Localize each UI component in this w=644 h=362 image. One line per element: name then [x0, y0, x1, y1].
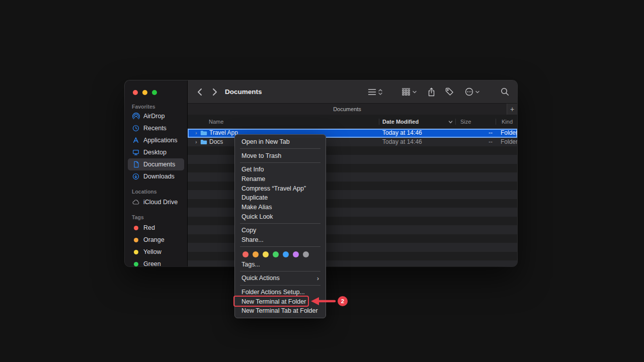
column-divider — [496, 119, 496, 125]
menu-item-duplicate[interactable]: Duplicate — [235, 193, 326, 203]
column-divider — [455, 119, 456, 125]
menu-item-quick-look[interactable]: Quick Look — [235, 212, 326, 221]
file-kind: Folder — [501, 138, 517, 147]
folder-icon — [200, 138, 207, 147]
sidebar: Favorites AirDrop Recents — [125, 80, 188, 266]
annotation-arrow-left-icon — [309, 296, 337, 307]
folder-icon — [200, 129, 207, 138]
file-name: Travel App — [209, 129, 238, 138]
tag-color-purple[interactable] — [293, 251, 299, 257]
download-icon — [132, 173, 140, 180]
column-divider — [379, 119, 379, 125]
forward-button[interactable] — [209, 88, 221, 96]
sidebar-item-label: Orange — [143, 236, 165, 243]
search-icon[interactable] — [501, 87, 509, 96]
toolbar-actions — [368, 87, 509, 97]
sidebar-item-label: Red — [143, 224, 155, 231]
sidebar-item-tag-orange[interactable]: Orange — [128, 234, 184, 246]
file-size: -- — [479, 129, 493, 138]
window-title: Documents — [225, 88, 262, 96]
traffic-lights — [125, 80, 187, 95]
red-tag-icon — [132, 226, 140, 230]
tags-section-label: Tags — [125, 214, 187, 221]
menu-item-tags[interactable]: Tags... — [235, 259, 326, 269]
applications-icon — [132, 137, 140, 144]
sidebar-item-documents[interactable]: Documents — [128, 158, 184, 170]
sidebar-item-applications[interactable]: Applications — [128, 134, 184, 146]
menu-item-get-info[interactable]: Get Info — [235, 165, 326, 174]
desktop-icon — [132, 149, 140, 156]
disclosure-chevron-icon[interactable]: › — [195, 129, 197, 138]
menu-item-copy[interactable]: Copy — [235, 226, 326, 235]
zoom-window-button[interactable] — [152, 90, 157, 95]
sidebar-item-tag-red[interactable]: Red — [128, 222, 184, 234]
sidebar-item-airdrop[interactable]: AirDrop — [128, 110, 184, 122]
sidebar-item-label: Desktop — [143, 149, 167, 156]
file-name: Docs — [209, 138, 223, 147]
group-button[interactable] — [401, 88, 417, 96]
sort-chevron-down-icon[interactable] — [448, 115, 453, 129]
minimize-window-button[interactable] — [142, 90, 147, 95]
chevron-updown-icon — [378, 88, 382, 96]
tab-documents[interactable]: Documents — [188, 104, 507, 115]
menu-item-compress[interactable]: Compress “Travel App” — [235, 184, 326, 193]
tag-color-yellow[interactable] — [263, 251, 269, 257]
column-header-size[interactable]: Size — [460, 115, 471, 129]
toolbar: Documents — [188, 80, 517, 103]
column-headers: Name Date Modified Size Kind — [188, 115, 517, 129]
orange-tag-icon — [132, 238, 140, 242]
airdrop-icon — [132, 113, 140, 120]
desktop-background: Favorites AirDrop Recents — [0, 0, 644, 362]
tag-color-green[interactable] — [273, 251, 279, 257]
file-size: -- — [479, 138, 493, 147]
sidebar-item-label: Recents — [143, 125, 167, 132]
menu-tag-color-row — [235, 249, 326, 259]
back-button[interactable] — [194, 88, 206, 96]
menu-item-open-in-new-tab[interactable]: Open in New Tab — [235, 137, 326, 147]
view-list-button[interactable] — [368, 88, 382, 96]
tag-color-blue[interactable] — [283, 251, 289, 257]
sidebar-item-label: Documents — [143, 161, 175, 168]
sidebar-item-desktop[interactable]: Desktop — [128, 146, 184, 158]
clock-icon — [132, 125, 140, 132]
sidebar-item-label: Applications — [143, 137, 177, 144]
column-header-name[interactable]: Name — [209, 115, 223, 129]
share-icon[interactable] — [428, 87, 435, 97]
tag-color-gray[interactable] — [303, 251, 309, 257]
cloud-icon — [132, 199, 140, 205]
file-kind: Folder — [501, 129, 517, 138]
sidebar-item-downloads[interactable]: Downloads — [128, 170, 184, 183]
sidebar-item-label: iCloud Drive — [143, 199, 178, 206]
menu-item-rename[interactable]: Rename — [235, 174, 326, 184]
sidebar-item-icloud-drive[interactable]: iCloud Drive — [128, 196, 184, 208]
submenu-chevron-icon: › — [317, 275, 319, 282]
tab-bar: Documents + — [188, 103, 517, 115]
menu-separator — [240, 148, 320, 149]
menu-item-label: Quick Actions — [242, 275, 280, 282]
annotation-highlight-rect — [233, 296, 309, 307]
document-icon — [132, 161, 140, 168]
tag-color-red[interactable] — [243, 251, 249, 257]
tag-icon[interactable] — [445, 87, 454, 96]
column-header-date-modified[interactable]: Date Modified — [382, 115, 419, 129]
column-header-kind[interactable]: Kind — [502, 115, 513, 129]
sidebar-item-recents[interactable]: Recents — [128, 122, 184, 134]
menu-item-make-alias[interactable]: Make Alias — [235, 203, 326, 212]
menu-item-move-to-trash[interactable]: Move to Trash — [235, 151, 326, 160]
menu-item-quick-actions[interactable]: Quick Actions › — [235, 274, 326, 283]
menu-separator — [240, 223, 320, 224]
new-tab-button[interactable]: + — [507, 104, 517, 115]
menu-item-new-terminal-tab-at-folder[interactable]: New Terminal Tab at Folder — [235, 306, 326, 316]
tag-color-orange[interactable] — [253, 251, 259, 257]
sidebar-item-label: AirDrop — [143, 113, 165, 120]
favorites-section-label: Favorites — [125, 104, 187, 110]
menu-item-share[interactable]: Share... — [235, 235, 326, 245]
disclosure-chevron-icon[interactable]: › — [195, 138, 197, 147]
sidebar-item-tag-green[interactable]: Green — [128, 258, 184, 266]
sidebar-item-label: Green — [143, 260, 161, 266]
menu-separator — [240, 162, 320, 163]
menu-separator — [240, 285, 320, 286]
more-button[interactable] — [465, 87, 479, 96]
close-window-button[interactable] — [133, 90, 138, 95]
sidebar-item-tag-yellow[interactable]: Yellow — [128, 246, 184, 258]
